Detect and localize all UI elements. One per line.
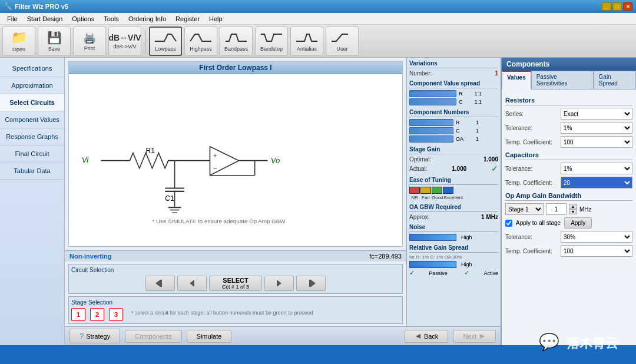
components-body: Resistors Series: ExactE6E12E24 Toleranc…	[502, 90, 636, 345]
resistors-series-select[interactable]: ExactE6E12E24	[561, 108, 632, 120]
stage-gain-title: Stage Gain	[409, 146, 498, 154]
toolbar-bandstop-button[interactable]: Bandstop	[255, 27, 288, 56]
relative-gain-spread-bar	[409, 261, 456, 268]
relative-gain-spread-title: Relative Gain Spread	[409, 244, 498, 253]
menu-ordering-info[interactable]: Ordering Info	[124, 14, 171, 24]
op-amp-gbw-input[interactable]	[546, 203, 567, 215]
svg-marker-24	[190, 280, 194, 287]
bandstop-icon	[260, 31, 283, 45]
ease-label-fair: Fair	[420, 195, 431, 200]
active-label: Active	[483, 270, 498, 276]
gbw-unit-label: MHz	[579, 206, 592, 213]
menu-tools[interactable]: Tools	[99, 14, 124, 24]
stage-1-button[interactable]: 1	[71, 308, 85, 321]
resistors-temp-coeff-select[interactable]: 1002550200	[561, 136, 632, 148]
menu-file[interactable]: File	[2, 14, 22, 24]
titlebar: 🔧 Filter Wiz PRO v5 _ □ ✕	[0, 0, 636, 13]
toolbar-save-button[interactable]: 💾 Save	[38, 27, 71, 56]
circuit-selection-buttons: SELECT Cct # 1 of 3	[71, 276, 400, 291]
svg-text:C1: C1	[165, 194, 174, 203]
bottom-bar: ? Strategy Components Simulate Back Next	[65, 326, 501, 345]
maximize-button[interactable]: □	[612, 2, 622, 11]
stage-hint: * select a circuit for each stage; all b…	[131, 310, 400, 316]
comp-numbers-title: Component Numbers	[409, 109, 498, 117]
sidebar-item-final-circuit[interactable]: Final Circuit	[0, 145, 64, 163]
stage-selection-title: Stage Selection	[71, 299, 400, 306]
oa-gbw-row: Approx: 1 MHz	[409, 214, 498, 220]
stage-2-button[interactable]: 2	[90, 308, 104, 321]
circuit-select-button[interactable]: SELECT Cct # 1 of 3	[209, 276, 262, 291]
sidebar-item-response-graphs[interactable]: Response Graphs	[0, 128, 64, 145]
toolbar-user-button[interactable]: User	[326, 27, 359, 56]
main-area: Specifications Approximation Select Circ…	[0, 58, 636, 345]
noise-title: Noise	[409, 224, 498, 232]
menu-help[interactable]: Help	[204, 14, 227, 24]
sidebar-item-specifications[interactable]: Specifications	[0, 60, 64, 77]
ease-seg-excellent	[443, 187, 453, 194]
resistors-tolerance-select[interactable]: 1%0.1%0.5%2%5%	[561, 122, 632, 134]
op-amp-tolerance-select[interactable]: 30%10%20%50%	[561, 231, 632, 243]
comp-spread-r-bar	[409, 90, 456, 97]
ease-of-tuning-section: Ease of Tuning NR Fair Good Excellent	[409, 177, 498, 200]
apply-button[interactable]: Apply	[564, 217, 592, 229]
gbw-spinner: ▲ ▼	[569, 204, 577, 214]
back-button[interactable]: Back	[405, 330, 448, 343]
toolbar: 📁 Open 💾 Save 🖨️ Print dB↔V/V dB<->V/V L…	[0, 25, 636, 58]
sidebar-item-tabular-data[interactable]: Tabular Data	[0, 163, 64, 180]
apply-all-row: Apply to all stage Apply	[505, 217, 632, 229]
tab-passive-sensitivities[interactable]: Passive Sensitivities	[531, 71, 594, 90]
sidebar-item-approximation[interactable]: Approximation	[0, 77, 64, 94]
svg-text:−: −	[213, 165, 217, 172]
op-amp-stage-select[interactable]: Stage 1Stage 2Stage 3	[505, 203, 544, 215]
apply-all-checkbox[interactable]	[505, 220, 512, 227]
gbw-up-button[interactable]: ▲	[569, 204, 577, 209]
svg-marker-28	[416, 334, 420, 339]
svg-rect-23	[160, 280, 162, 287]
relative-gain-spread-level: High	[461, 262, 472, 267]
watermark: 💬 落木青云	[539, 332, 618, 352]
sidebar-item-component-values[interactable]: Component Values	[0, 111, 64, 128]
capacitors-tolerance-select[interactable]: 1%0.1%0.5%2%5%	[561, 163, 632, 174]
comp-num-r-letter: R	[456, 120, 462, 125]
comp-num-oa-val: 1	[464, 136, 479, 142]
sidebar-item-select-circuits[interactable]: Select Circuits	[0, 94, 64, 111]
strategy-button[interactable]: ? Strategy	[69, 329, 120, 343]
passive-check-icon: ✓	[409, 269, 415, 277]
menu-options[interactable]: Options	[67, 14, 99, 24]
select-label: SELECT	[223, 277, 248, 284]
minimize-button[interactable]: _	[602, 2, 611, 11]
toolbar-open-button[interactable]: 📁 Open	[2, 27, 35, 56]
relative-gain-bar-row: High	[409, 261, 498, 268]
toolbar-db-vv-button[interactable]: dB↔V/V dB<->V/V	[108, 27, 141, 56]
svg-text:+: +	[213, 152, 217, 159]
toolbar-print-button[interactable]: 🖨️ Print	[73, 27, 106, 56]
noise-bar	[409, 234, 456, 241]
stage-3-button[interactable]: 3	[109, 308, 123, 321]
variations-row: Number: 1	[409, 70, 498, 77]
center-area: First Order Lowpass I Vi R1	[65, 58, 501, 345]
circuit-next-button[interactable]	[264, 276, 294, 291]
simulate-button[interactable]: Simulate	[187, 330, 232, 343]
capacitors-title: Capacitors	[505, 151, 632, 160]
toolbar-highpass-button[interactable]: Highpass	[184, 27, 217, 56]
toolbar-lowpass-button[interactable]: Lowpass	[149, 27, 182, 56]
circuit-type-label: Non-inverting	[69, 253, 112, 260]
menu-register[interactable]: Register	[171, 14, 204, 24]
op-amp-temp-coeff-select[interactable]: 1002550200	[561, 245, 632, 257]
circuit-prev-prev-button[interactable]	[145, 276, 175, 291]
close-button[interactable]: ✕	[623, 2, 632, 11]
apply-all-label: Apply to all stage	[516, 220, 561, 226]
strategy-icon: ?	[80, 332, 84, 340]
tab-gain-spread[interactable]: Gain Spread	[594, 71, 636, 90]
passive-label: Passive	[429, 270, 448, 276]
toolbar-bandpass-button[interactable]: Bandpass	[220, 27, 253, 56]
variations-label: Number:	[409, 70, 432, 77]
menu-start-design[interactable]: Start Design	[22, 14, 68, 24]
circuit-prev-button[interactable]	[177, 276, 207, 291]
stage-gain-optimal-value: 1.000	[483, 156, 498, 163]
capacitors-temp-coeff-select[interactable]: 2051050100	[561, 177, 632, 188]
toolbar-antialias-button[interactable]: Antialias	[290, 27, 323, 56]
gbw-down-button[interactable]: ▼	[569, 209, 577, 214]
circuit-next-next-button[interactable]	[296, 276, 326, 291]
tab-values[interactable]: Values	[502, 71, 531, 90]
